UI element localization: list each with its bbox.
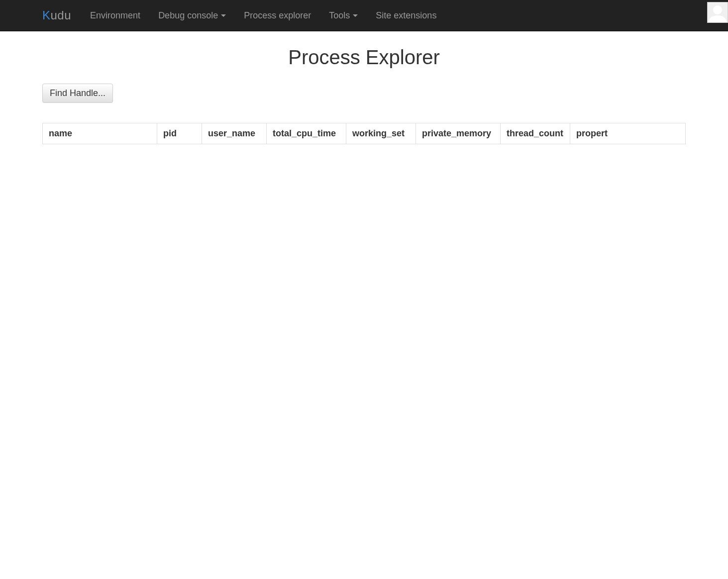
brand-first-letter: K bbox=[42, 8, 51, 22]
nav-debug-console-label: Debug console bbox=[158, 10, 218, 21]
top-navbar: Kudu Environment Debug console Process e… bbox=[0, 0, 728, 31]
column-properties: propert bbox=[570, 123, 686, 144]
brand-link[interactable]: Kudu bbox=[42, 8, 81, 22]
nav-tools[interactable]: Tools bbox=[320, 0, 367, 31]
nav-tools-label: Tools bbox=[329, 10, 350, 21]
user-avatar[interactable] bbox=[707, 2, 728, 23]
nav-debug-console[interactable]: Debug console bbox=[149, 0, 235, 31]
table-header-row: name pid user_name total_cpu_time workin… bbox=[43, 123, 686, 144]
svg-point-0 bbox=[713, 5, 722, 14]
page-title: Process Explorer bbox=[42, 46, 686, 69]
chevron-down-icon bbox=[353, 14, 358, 17]
main-container: Process Explorer Find Handle... name pid… bbox=[0, 31, 728, 144]
find-handle-button[interactable]: Find Handle... bbox=[42, 84, 113, 103]
column-name: name bbox=[43, 123, 157, 144]
column-thread-count: thread_count bbox=[501, 123, 570, 144]
nav-environment-label: Environment bbox=[90, 10, 140, 21]
column-total-cpu-time: total_cpu_time bbox=[267, 123, 346, 144]
column-private-memory: private_memory bbox=[416, 123, 501, 144]
brand-rest: udu bbox=[51, 8, 72, 22]
nav-left: Kudu Environment Debug console Process e… bbox=[0, 0, 445, 31]
person-icon bbox=[708, 2, 728, 22]
process-table-wrapper: name pid user_name total_cpu_time workin… bbox=[42, 123, 686, 144]
process-table: name pid user_name total_cpu_time workin… bbox=[42, 123, 686, 144]
column-working-set: working_set bbox=[346, 123, 416, 144]
column-pid: pid bbox=[157, 123, 202, 144]
nav-process-explorer-label: Process explorer bbox=[244, 10, 311, 21]
nav-environment[interactable]: Environment bbox=[81, 0, 149, 31]
chevron-down-icon bbox=[221, 14, 226, 17]
column-user-name: user_name bbox=[202, 123, 267, 144]
nav-site-extensions[interactable]: Site extensions bbox=[367, 0, 445, 31]
nav-site-extensions-label: Site extensions bbox=[376, 10, 436, 21]
nav-process-explorer[interactable]: Process explorer bbox=[235, 0, 320, 31]
